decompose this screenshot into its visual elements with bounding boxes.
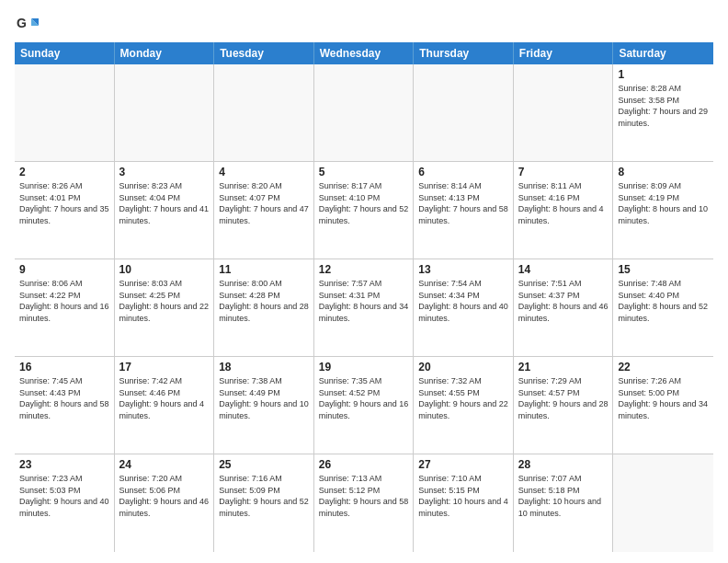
calendar-cell: 3Sunrise: 8:23 AMSunset: 4:04 PMDaylight… xyxy=(115,162,215,259)
calendar-cell xyxy=(15,64,115,161)
logo-icon: G xyxy=(15,11,40,37)
day-header-saturday: Saturday xyxy=(613,42,713,64)
cell-info: Sunrise: 7:32 AMSunset: 4:55 PMDaylight:… xyxy=(418,375,508,421)
cell-info: Sunrise: 7:38 AMSunset: 4:49 PMDaylight:… xyxy=(219,375,309,421)
cell-day-number: 21 xyxy=(518,361,609,373)
calendar-row-3: 16Sunrise: 7:45 AMSunset: 4:43 PMDayligh… xyxy=(15,357,713,454)
calendar-cell xyxy=(314,64,415,161)
cell-info: Sunrise: 8:06 AMSunset: 4:22 PMDaylight:… xyxy=(19,278,109,324)
cell-info: Sunrise: 7:42 AMSunset: 4:46 PMDaylight:… xyxy=(119,375,210,421)
day-header-sunday: Sunday xyxy=(15,42,115,64)
cell-day-number: 8 xyxy=(618,166,709,178)
cell-day-number: 22 xyxy=(618,361,709,373)
cell-info: Sunrise: 8:03 AMSunset: 4:25 PMDaylight:… xyxy=(119,278,210,324)
calendar-cell: 4Sunrise: 8:20 AMSunset: 4:07 PMDaylight… xyxy=(214,162,314,259)
calendar-cell: 27Sunrise: 7:10 AMSunset: 5:15 PMDayligh… xyxy=(414,454,514,552)
calendar-cell: 13Sunrise: 7:54 AMSunset: 4:34 PMDayligh… xyxy=(414,259,514,356)
cell-day-number: 17 xyxy=(119,361,210,373)
cell-info: Sunrise: 8:20 AMSunset: 4:07 PMDaylight:… xyxy=(219,180,309,226)
calendar-cell: 6Sunrise: 8:14 AMSunset: 4:13 PMDaylight… xyxy=(414,162,514,259)
calendar-cell: 12Sunrise: 7:57 AMSunset: 4:31 PMDayligh… xyxy=(314,259,415,356)
calendar-cell xyxy=(613,454,713,552)
cell-day-number: 10 xyxy=(119,263,210,276)
calendar-cell xyxy=(514,64,614,161)
calendar-cell: 16Sunrise: 7:45 AMSunset: 4:43 PMDayligh… xyxy=(15,357,115,454)
cell-day-number: 16 xyxy=(19,361,109,373)
calendar-cell: 8Sunrise: 8:09 AMSunset: 4:19 PMDaylight… xyxy=(613,162,713,259)
cell-day-number: 19 xyxy=(319,361,409,373)
cell-day-number: 1 xyxy=(618,68,709,81)
cell-day-number: 27 xyxy=(418,458,508,471)
cell-info: Sunrise: 7:10 AMSunset: 5:15 PMDaylight:… xyxy=(418,473,508,519)
cell-day-number: 4 xyxy=(219,166,309,178)
cell-info: Sunrise: 7:45 AMSunset: 4:43 PMDaylight:… xyxy=(19,375,109,421)
cell-info: Sunrise: 7:48 AMSunset: 4:40 PMDaylight:… xyxy=(618,278,709,324)
calendar-cell: 24Sunrise: 7:20 AMSunset: 5:06 PMDayligh… xyxy=(115,454,215,552)
cell-info: Sunrise: 7:07 AMSunset: 5:18 PMDaylight:… xyxy=(518,473,609,519)
cell-info: Sunrise: 8:26 AMSunset: 4:01 PMDaylight:… xyxy=(19,180,109,226)
calendar-cell: 7Sunrise: 8:11 AMSunset: 4:16 PMDaylight… xyxy=(514,162,614,259)
calendar-cell: 18Sunrise: 7:38 AMSunset: 4:49 PMDayligh… xyxy=(214,357,314,454)
logo: G xyxy=(15,11,44,37)
calendar-cell xyxy=(115,64,215,161)
cell-day-number: 13 xyxy=(418,263,508,276)
cell-info: Sunrise: 7:35 AMSunset: 4:52 PMDaylight:… xyxy=(319,375,409,421)
cell-info: Sunrise: 8:14 AMSunset: 4:13 PMDaylight:… xyxy=(418,180,508,226)
cell-day-number: 7 xyxy=(518,166,609,178)
calendar-cell: 26Sunrise: 7:13 AMSunset: 5:12 PMDayligh… xyxy=(314,454,415,552)
cell-day-number: 25 xyxy=(219,458,309,471)
cell-info: Sunrise: 7:54 AMSunset: 4:34 PMDaylight:… xyxy=(418,278,508,324)
header: G xyxy=(15,11,713,37)
cell-info: Sunrise: 7:29 AMSunset: 4:57 PMDaylight:… xyxy=(518,375,609,421)
cell-info: Sunrise: 7:13 AMSunset: 5:12 PMDaylight:… xyxy=(319,473,409,519)
cell-info: Sunrise: 7:20 AMSunset: 5:06 PMDaylight:… xyxy=(119,473,210,519)
calendar-cell: 15Sunrise: 7:48 AMSunset: 4:40 PMDayligh… xyxy=(613,259,713,356)
cell-info: Sunrise: 7:23 AMSunset: 5:03 PMDaylight:… xyxy=(19,473,109,519)
cell-day-number: 20 xyxy=(418,361,508,373)
cell-day-number: 28 xyxy=(518,458,609,471)
calendar-row-2: 9Sunrise: 8:06 AMSunset: 4:22 PMDaylight… xyxy=(15,259,713,357)
calendar-grid: 1Sunrise: 8:28 AMSunset: 3:58 PMDaylight… xyxy=(15,64,713,552)
day-header-friday: Friday xyxy=(514,42,614,64)
cell-day-number: 11 xyxy=(219,263,309,276)
cell-info: Sunrise: 8:17 AMSunset: 4:10 PMDaylight:… xyxy=(319,180,409,226)
calendar-cell: 22Sunrise: 7:26 AMSunset: 5:00 PMDayligh… xyxy=(613,357,713,454)
cell-info: Sunrise: 8:00 AMSunset: 4:28 PMDaylight:… xyxy=(219,278,309,324)
cell-day-number: 15 xyxy=(618,263,709,276)
day-header-monday: Monday xyxy=(115,42,215,64)
day-header-wednesday: Wednesday xyxy=(314,42,415,64)
calendar-cell: 11Sunrise: 8:00 AMSunset: 4:28 PMDayligh… xyxy=(214,259,314,356)
cell-info: Sunrise: 7:16 AMSunset: 5:09 PMDaylight:… xyxy=(219,473,309,519)
cell-day-number: 24 xyxy=(119,458,210,471)
cell-day-number: 3 xyxy=(119,166,210,178)
page: G SundayMondayTuesdayWednesdayThursdayFr… xyxy=(0,0,728,563)
cell-day-number: 9 xyxy=(19,263,109,276)
calendar: SundayMondayTuesdayWednesdayThursdayFrid… xyxy=(15,42,713,552)
cell-day-number: 12 xyxy=(319,263,409,276)
calendar-row-1: 2Sunrise: 8:26 AMSunset: 4:01 PMDaylight… xyxy=(15,162,713,259)
calendar-cell: 25Sunrise: 7:16 AMSunset: 5:09 PMDayligh… xyxy=(214,454,314,552)
cell-info: Sunrise: 7:51 AMSunset: 4:37 PMDaylight:… xyxy=(518,278,609,324)
calendar-cell xyxy=(414,64,514,161)
cell-info: Sunrise: 8:09 AMSunset: 4:19 PMDaylight:… xyxy=(618,180,709,226)
day-header-thursday: Thursday xyxy=(414,42,514,64)
calendar-cell: 21Sunrise: 7:29 AMSunset: 4:57 PMDayligh… xyxy=(514,357,614,454)
cell-info: Sunrise: 8:28 AMSunset: 3:58 PMDaylight:… xyxy=(618,83,709,129)
calendar-row-4: 23Sunrise: 7:23 AMSunset: 5:03 PMDayligh… xyxy=(15,454,713,552)
calendar-cell: 14Sunrise: 7:51 AMSunset: 4:37 PMDayligh… xyxy=(514,259,614,356)
cell-info: Sunrise: 8:11 AMSunset: 4:16 PMDaylight:… xyxy=(518,180,609,226)
svg-text:G: G xyxy=(17,16,27,30)
day-headers: SundayMondayTuesdayWednesdayThursdayFrid… xyxy=(15,42,713,64)
calendar-cell: 9Sunrise: 8:06 AMSunset: 4:22 PMDaylight… xyxy=(15,259,115,356)
calendar-cell: 20Sunrise: 7:32 AMSunset: 4:55 PMDayligh… xyxy=(414,357,514,454)
calendar-cell: 23Sunrise: 7:23 AMSunset: 5:03 PMDayligh… xyxy=(15,454,115,552)
cell-day-number: 5 xyxy=(319,166,409,178)
calendar-cell: 19Sunrise: 7:35 AMSunset: 4:52 PMDayligh… xyxy=(314,357,415,454)
calendar-cell: 5Sunrise: 8:17 AMSunset: 4:10 PMDaylight… xyxy=(314,162,415,259)
calendar-cell: 1Sunrise: 8:28 AMSunset: 3:58 PMDaylight… xyxy=(613,64,713,161)
calendar-row-0: 1Sunrise: 8:28 AMSunset: 3:58 PMDaylight… xyxy=(15,64,713,162)
cell-day-number: 2 xyxy=(19,166,109,178)
calendar-cell: 28Sunrise: 7:07 AMSunset: 5:18 PMDayligh… xyxy=(514,454,614,552)
cell-info: Sunrise: 7:26 AMSunset: 5:00 PMDaylight:… xyxy=(618,375,709,421)
calendar-cell: 17Sunrise: 7:42 AMSunset: 4:46 PMDayligh… xyxy=(115,357,215,454)
